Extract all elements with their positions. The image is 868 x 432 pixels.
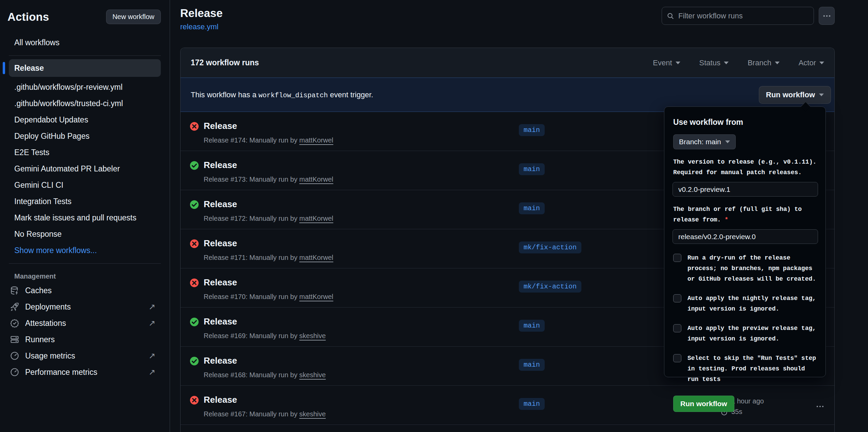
workflow-dispatch-code: workflow_dispatch	[258, 92, 328, 99]
external-link-icon: ↗	[149, 351, 155, 361]
checkbox-label: Select to skip the "Run Tests" step in t…	[687, 353, 817, 385]
ref-input[interactable]	[673, 229, 818, 244]
branch-badge[interactable]: main	[519, 398, 545, 410]
run-title-link[interactable]: Release	[204, 277, 237, 288]
use-workflow-from-heading: Use workflow from	[673, 118, 817, 127]
preview-tag-checkbox[interactable]	[673, 324, 681, 332]
run-title-link[interactable]: Release	[204, 199, 237, 210]
actor-link[interactable]: mattKorwel	[299, 136, 333, 144]
actor-link[interactable]: mattKorwel	[299, 293, 333, 300]
actor-link[interactable]: skeshive	[299, 332, 326, 339]
success-status-icon	[190, 356, 199, 366]
sidebar-item-workflow[interactable]: Gemini CLI CI	[9, 177, 161, 193]
success-status-icon	[190, 317, 199, 327]
branch-badge[interactable]: main	[519, 359, 545, 371]
chevron-down-icon	[819, 94, 824, 96]
sidebar-item-label: Usage metrics	[25, 351, 142, 361]
page-title: Release	[180, 7, 223, 20]
run-title-link[interactable]: Release	[204, 121, 237, 131]
workflow-options-button[interactable]	[819, 7, 835, 25]
gauge-icon	[10, 368, 19, 377]
sidebar-item-caches[interactable]: Caches	[0, 282, 170, 299]
branch-select-button[interactable]: Branch: main	[673, 134, 736, 149]
branch-badge[interactable]: main	[519, 163, 545, 175]
sidebar-item-all-workflows[interactable]: All workflows	[9, 34, 161, 51]
success-status-icon	[190, 200, 199, 209]
sidebar-item-release-selected[interactable]: Release	[9, 59, 161, 77]
branch-badge[interactable]: main	[519, 124, 545, 136]
sidebar-item-runners[interactable]: Runners	[0, 331, 170, 348]
failure-status-icon	[190, 278, 199, 287]
chevron-down-icon	[819, 62, 824, 64]
filter-label: Branch	[748, 59, 771, 67]
failure-status-icon	[190, 122, 199, 131]
branch-badge[interactable]: mk/fix-action	[519, 242, 581, 253]
filter-label: Event	[653, 59, 672, 67]
event-filter-dropdown[interactable]: Event	[653, 59, 680, 67]
sidebar-item-workflow[interactable]: No Response	[9, 226, 161, 242]
filter-workflow-runs-box[interactable]	[662, 7, 814, 25]
branch-badge[interactable]: mk/fix-action	[519, 281, 581, 293]
run-workflow-dropdown-button[interactable]: Run workflow	[759, 86, 831, 104]
chevron-down-icon	[775, 62, 780, 64]
actor-link[interactable]: skeshive	[299, 410, 326, 418]
sidebar-item-deployments[interactable]: Deployments ↗	[0, 299, 170, 315]
run-title-link[interactable]: Release	[204, 355, 237, 366]
sidebar-item-workflow[interactable]: Dependabot Updates	[9, 112, 161, 128]
dry-run-checkbox[interactable]	[673, 254, 681, 262]
run-subtitle: Release #167: Manually run by skeshive	[204, 410, 326, 418]
sidebar-item-usage-metrics[interactable]: Usage metrics ↗	[0, 348, 170, 364]
show-more-workflows-link[interactable]: Show more workflows...	[9, 242, 161, 259]
sidebar-divider	[9, 263, 161, 264]
sidebar-item-workflow[interactable]: .github/workflows/trusted-ci.yml	[9, 95, 161, 112]
sidebar-item-performance-metrics[interactable]: Performance metrics ↗	[0, 364, 170, 380]
filter-label: Status	[699, 59, 720, 67]
sidebar-item-label: Caches	[25, 286, 155, 295]
run-title-link[interactable]: Release	[204, 160, 237, 170]
sidebar-item-label: Performance metrics	[25, 368, 142, 377]
run-title-link[interactable]: Release	[204, 238, 237, 249]
banner-text: This workflow has a workflow_dispatch ev…	[191, 90, 373, 99]
workflow-file-link[interactable]: release.yml	[180, 22, 218, 31]
filter-workflow-runs-input[interactable]	[678, 12, 809, 20]
status-filter-dropdown[interactable]: Status	[699, 59, 729, 67]
run-subtitle: Release #174: Manually run by mattKorwel	[204, 136, 333, 144]
failure-status-icon	[190, 239, 199, 248]
chevron-down-icon	[676, 62, 680, 64]
rocket-icon	[10, 302, 19, 311]
run-title-link[interactable]: Release	[204, 395, 237, 405]
sidebar-item-workflow[interactable]: .github/workflows/pr-review.yml	[9, 79, 161, 95]
checkbox-label: Run a dry-run of the release process; no…	[687, 253, 817, 284]
actor-link[interactable]: mattKorwel	[299, 254, 333, 261]
preview-tag-checkbox-row: Auto apply the preview release tag, inpu…	[673, 323, 817, 344]
partial-run-row	[181, 425, 834, 430]
skip-tests-checkbox[interactable]	[673, 354, 681, 362]
nightly-tag-checkbox[interactable]	[673, 294, 681, 302]
nightly-tag-checkbox-row: Auto apply the nightly release tag, inpu…	[673, 293, 817, 314]
branch-badge[interactable]: main	[519, 320, 545, 332]
sidebar-item-workflow[interactable]: Integration Tests	[9, 193, 161, 210]
run-subtitle: Release #168: Manually run by skeshive	[204, 371, 326, 379]
branch-filter-dropdown[interactable]: Branch	[748, 59, 780, 67]
actor-link[interactable]: mattKorwel	[299, 215, 333, 222]
success-status-icon	[190, 161, 199, 170]
run-subtitle: Release #169: Manually run by skeshive	[204, 332, 326, 340]
version-input[interactable]	[673, 182, 818, 197]
version-field-description: The version to release (e.g., v0.1.11). …	[673, 157, 817, 178]
sidebar-item-workflow[interactable]: Deploy GitHub Pages	[9, 128, 161, 144]
branch-badge[interactable]: main	[519, 202, 545, 214]
sidebar-item-workflow[interactable]: E2E Tests	[9, 144, 161, 161]
branch-select-label: Branch: main	[679, 138, 721, 146]
actor-link[interactable]: mattKorwel	[299, 176, 333, 183]
dry-run-checkbox-row: Run a dry-run of the release process; no…	[673, 253, 817, 284]
run-title-link[interactable]: Release	[204, 316, 237, 327]
new-workflow-button[interactable]: New workflow	[106, 10, 161, 24]
sidebar-item-attestations[interactable]: Attestations ↗	[0, 315, 170, 331]
sidebar-item-label: Runners	[25, 335, 155, 344]
sidebar-item-workflow[interactable]: Mark stale issues and pull requests	[9, 210, 161, 226]
actor-filter-dropdown[interactable]: Actor	[799, 59, 824, 67]
actor-link[interactable]: skeshive	[299, 371, 326, 379]
run-subtitle: Release #170: Manually run by mattKorwel	[204, 293, 333, 301]
sidebar-item-workflow[interactable]: Gemini Automated PR Labeler	[9, 161, 161, 177]
run-workflow-submit-button[interactable]: Run workflow	[673, 396, 734, 412]
